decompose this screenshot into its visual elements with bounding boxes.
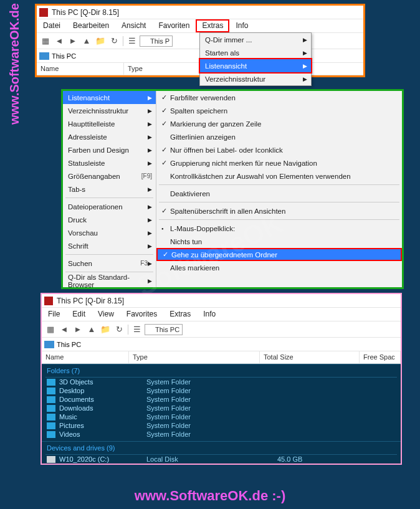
menu-item[interactable]: ✓Farbfilter verwenden: [156, 91, 402, 104]
pc-icon: [39, 52, 49, 60]
menu-ansicht[interactable]: Ansicht: [115, 19, 152, 32]
menu-item[interactable]: Q-Dir als Standard-Browser▶: [63, 274, 156, 287]
group-folders[interactable]: Folders (7): [42, 364, 401, 377]
menu-item[interactable]: Größenangaben[F9]: [63, 169, 156, 183]
menu-info[interactable]: Info: [229, 19, 254, 32]
submenu-right: ✓Farbfilter verwenden✓Spalten speichern✓…: [156, 91, 402, 287]
folder-icon[interactable]: 📁: [99, 323, 112, 336]
menu-bearbeiten[interactable]: Bearbeiten: [67, 19, 115, 32]
file-list: Folders (7) 3D ObjectsSystem FolderDeskt…: [42, 364, 401, 464]
menu-item[interactable]: SuchenF3▶: [63, 257, 156, 270]
menu-item[interactable]: Druck▶: [63, 213, 156, 226]
list-item[interactable]: MusicSystem Folder: [42, 412, 401, 421]
menu-file[interactable]: File: [42, 308, 66, 321]
menu-item[interactable]: Deaktivieren: [156, 187, 402, 200]
tree-icon[interactable]: ☰: [131, 323, 143, 336]
folder-icon: [47, 405, 55, 412]
menu-item[interactable]: Statusleiste▶: [63, 156, 156, 169]
folder-icon[interactable]: 📁: [94, 35, 107, 47]
menu-item[interactable]: ✓Gruppierung nicht merken für neue Navig…: [156, 156, 402, 169]
menu-extras[interactable]: Extras: [196, 19, 229, 32]
menu-item[interactable]: Adressleiste▶: [63, 130, 156, 143]
extras-dropdown: Q-Dir immer ...▶Starten als▶Listenansich…: [199, 32, 312, 86]
menu-item[interactable]: Verzeichnisstruktur▶: [200, 72, 311, 85]
app-icon: [39, 8, 48, 17]
menu-item[interactable]: ●L-Maus-Doppelklick:: [156, 222, 402, 235]
list-item[interactable]: W10_2020c (C:)Local Disk45.0 GB: [42, 455, 401, 464]
list-item[interactable]: PicturesSystem Folder: [42, 421, 401, 430]
titlebar[interactable]: This PC [Q-Dir 8.15]: [42, 294, 401, 308]
up-icon[interactable]: ▲: [85, 323, 98, 336]
menubar: FileEditViewFavoritesExtrasInfo: [42, 308, 401, 321]
back-icon[interactable]: ◄: [53, 35, 65, 47]
list-item[interactable]: DocumentsSystem Folder: [42, 395, 401, 404]
menu-item[interactable]: Alles markieren: [156, 261, 402, 274]
titlebar[interactable]: This PC [Q-Dir 8.15]: [37, 6, 363, 19]
watermark-left: www.SoftwareOK.de :-): [7, 0, 22, 125]
drive-icon: [47, 456, 55, 463]
menu-item[interactable]: Listenansicht▶: [200, 59, 311, 72]
up-icon[interactable]: ▲: [80, 35, 93, 47]
group-drives[interactable]: Devices and drives (9): [42, 441, 401, 454]
menu-item[interactable]: ✓Nur öffnen bei Label- oder Iconklick: [156, 143, 402, 156]
list-item[interactable]: VideosSystem Folder: [42, 430, 401, 439]
menu-info[interactable]: Info: [197, 308, 222, 321]
menu-item[interactable]: Kontrollkästchen zur Auswahl von Element…: [156, 169, 402, 183]
list-item[interactable]: DownloadsSystem Folder: [42, 404, 401, 412]
view-icon[interactable]: ▦: [44, 323, 57, 336]
folder-icon: [47, 414, 55, 421]
menu-item[interactable]: ✓Spaltenüberschrift in allen Ansichten: [156, 204, 402, 217]
location-field[interactable]: This PC: [145, 324, 183, 335]
pc-icon: [44, 341, 54, 348]
list-item[interactable]: DesktopSystem Folder: [42, 386, 401, 395]
menu-view[interactable]: View: [92, 308, 120, 321]
refresh-icon[interactable]: ↻: [113, 323, 125, 336]
folder-icon: [47, 388, 55, 394]
col-total-size[interactable]: Total Size: [260, 351, 360, 363]
menu-item[interactable]: Nichts tun: [156, 235, 402, 248]
menu-item[interactable]: Verzeichnisstruktur▶: [63, 104, 156, 117]
refresh-icon[interactable]: ↻: [108, 35, 120, 47]
column-headers: Name Type Total Size Free Spac: [42, 351, 401, 364]
col-free-space[interactable]: Free Spac: [360, 351, 401, 363]
location-field[interactable]: This P: [140, 36, 173, 47]
menu-item[interactable]: Listenansicht▶: [63, 91, 156, 104]
col-name[interactable]: Name: [42, 351, 129, 363]
back-icon[interactable]: ◄: [58, 323, 70, 336]
menu-item[interactable]: Dateioperationen▶: [63, 200, 156, 213]
menu-item[interactable]: ✓Markierung der ganzen Zeile: [156, 117, 402, 130]
menu-item[interactable]: Q-Dir immer ...▶: [200, 33, 311, 46]
menu-extras[interactable]: Extras: [163, 308, 197, 321]
folder-icon: [47, 422, 55, 429]
menu-item[interactable]: Schrift▶: [63, 239, 156, 252]
menu-item[interactable]: Farben und Design▶: [63, 143, 156, 156]
list-item[interactable]: 3D ObjectsSystem Folder: [42, 378, 401, 386]
path-bar[interactable]: This PC: [42, 338, 401, 351]
menu-datei[interactable]: Datei: [37, 19, 67, 32]
forward-icon[interactable]: ►: [72, 323, 84, 336]
menu-favorites[interactable]: Favorites: [120, 308, 163, 321]
menu-item[interactable]: Starten als▶: [200, 46, 311, 59]
pc-icon: [148, 326, 155, 332]
menu-favoriten[interactable]: Favoriten: [152, 19, 196, 32]
menu-item[interactable]: ✓Gehe zu übergeordnetem Ordner: [156, 248, 402, 261]
view-icon[interactable]: ▦: [39, 35, 52, 47]
menu-item[interactable]: Tab-s▶: [63, 183, 156, 196]
path-text: This PC: [57, 341, 81, 348]
menu-edit[interactable]: Edit: [66, 308, 92, 321]
menu-item[interactable]: Gitterlinien anzeigen: [156, 130, 402, 143]
window-title: This PC [Q-Dir 8.15]: [57, 297, 124, 305]
forward-icon[interactable]: ►: [67, 35, 79, 47]
menu-item[interactable]: Haupttitelleiste▶: [63, 117, 156, 130]
col-type[interactable]: Type: [129, 351, 260, 363]
window-title: This PC [Q-Dir 8.15]: [52, 8, 119, 17]
menu-item[interactable]: Vorschau▶: [63, 226, 156, 239]
toolbar: ▦ ◄ ► ▲ 📁 ↻ ☰ This PC: [42, 321, 401, 338]
separator: [123, 36, 123, 46]
menu-item[interactable]: ✓Spalten speichern: [156, 104, 402, 117]
folder-icon: [47, 396, 55, 403]
pc-icon: [143, 38, 150, 44]
col-name[interactable]: Name: [37, 63, 124, 75]
tree-icon[interactable]: ☰: [126, 35, 138, 47]
separator: [128, 325, 128, 335]
